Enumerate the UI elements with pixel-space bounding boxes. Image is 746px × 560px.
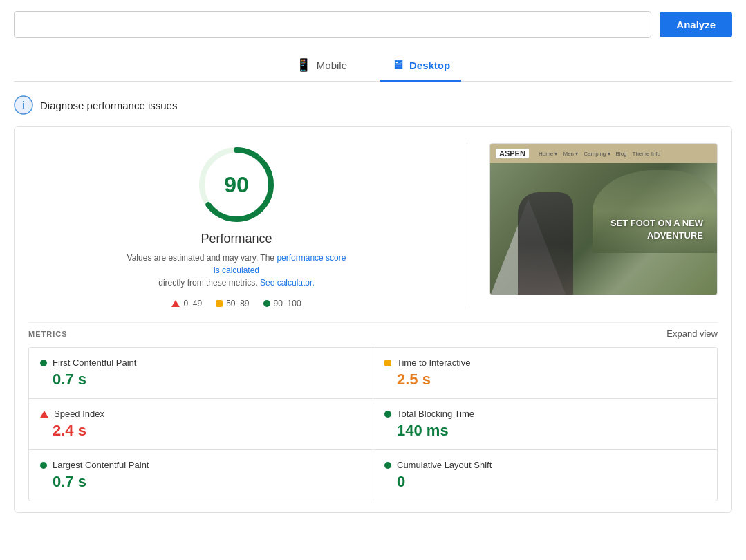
analyze-button[interactable]: Analyze: [660, 12, 732, 37]
metric-cls-name-row: Cumulative Layout Shift: [384, 460, 706, 470]
legend-square-icon: [216, 300, 223, 307]
screenshot-header: ASPEN Home ▾ Men ▾ Camping ▾ Blog Theme …: [490, 144, 717, 163]
gauge-wrapper: 90: [195, 143, 278, 226]
tab-desktop[interactable]: 🖥 Desktop: [380, 51, 461, 82]
metric-cls: Cumulative Layout Shift 0: [373, 450, 717, 501]
metric-fcp-name-row: First Contentful Paint: [40, 357, 362, 368]
metric-tbt: Total Blocking Time 140 ms: [373, 399, 717, 449]
legend-dot-icon: [263, 300, 270, 307]
metric-fcp-value: 0.7 s: [53, 371, 362, 389]
metric-si-value: 2.4 s: [53, 422, 362, 440]
screenshot-nav: Home ▾ Men ▾ Camping ▾ Blog Theme Info: [539, 151, 660, 157]
perf-label: Performance: [201, 232, 272, 246]
hero-text: SET FOOT ON A NEWADVENTURE: [610, 217, 703, 242]
metric-tti: Time to Interactive 2.5 s: [373, 348, 717, 398]
performance-section: 90 Performance Values are estimated and …: [28, 143, 718, 308]
metric-tti-name: Time to Interactive: [397, 357, 470, 368]
see-calculator-link[interactable]: See calculator.: [260, 278, 315, 288]
metric-si-name: Speed Index: [54, 409, 104, 419]
metric-tti-name-row: Time to Interactive: [384, 357, 706, 368]
metric-tbt-value: 140 ms: [397, 422, 706, 440]
tabs-row: 📱 Mobile 🖥 Desktop: [14, 50, 732, 82]
metric-lcp-name: Largest Contentful Paint: [53, 460, 149, 470]
metric-tbt-name: Total Blocking Time: [397, 409, 474, 419]
screenshot-hero: SET FOOT ON A NEWADVENTURE: [490, 163, 717, 295]
perf-desc-text1: Values are estimated and may vary. The: [127, 253, 274, 263]
legend-item-mid: 50–89: [216, 299, 249, 308]
tab-mobile[interactable]: 📱 Mobile: [285, 50, 358, 82]
url-bar-section: https://demos.outofthesandbox.com/?theme…: [14, 11, 732, 38]
main-card: 90 Performance Values are estimated and …: [14, 126, 732, 513]
tab-mobile-label: Mobile: [317, 59, 347, 71]
metric-cls-indicator: [384, 462, 391, 469]
metric-lcp-indicator: [40, 462, 47, 469]
metric-si: Speed Index 2.4 s: [29, 399, 373, 449]
metric-si-name-row: Speed Index: [40, 409, 362, 419]
metric-si-indicator: [40, 411, 48, 418]
metric-lcp-name-row: Largest Contentful Paint: [40, 460, 362, 470]
perf-desc-text2: directly from these metrics.: [158, 278, 257, 288]
perf-description: Values are estimated and may vary. The p…: [126, 252, 347, 289]
tab-desktop-label: Desktop: [409, 59, 450, 71]
svg-text:i: i: [22, 100, 25, 111]
gauge-score: 90: [224, 172, 249, 198]
url-input[interactable]: https://demos.outofthesandbox.com/?theme…: [14, 11, 651, 38]
perf-right: ASPEN Home ▾ Men ▾ Camping ▾ Blog Theme …: [489, 143, 718, 295]
legend-low-range: 0–49: [183, 299, 202, 308]
legend-item-high: 90–100: [263, 299, 301, 308]
legend-high-range: 90–100: [274, 299, 301, 308]
metrics-header: METRICS Expand view: [28, 322, 718, 339]
metric-tti-indicator: [384, 360, 391, 366]
legend-row: 0–49 50–89 90–100: [171, 299, 301, 308]
expand-view-button[interactable]: Expand view: [666, 328, 718, 339]
metric-cls-value: 0: [397, 473, 706, 491]
screenshot-logo: ASPEN: [496, 149, 529, 158]
metric-lcp-value: 0.7 s: [53, 473, 362, 491]
metric-cls-name: Cumulative Layout Shift: [397, 460, 492, 470]
desktop-icon: 🖥: [391, 58, 404, 73]
metric-tbt-name-row: Total Blocking Time: [384, 409, 706, 419]
legend-item-low: 0–49: [171, 299, 202, 308]
metric-lcp: Largest Contentful Paint 0.7 s: [29, 450, 373, 501]
metric-tti-value: 2.5 s: [397, 371, 706, 389]
screenshot-preview: ASPEN Home ▾ Men ▾ Camping ▾ Blog Theme …: [489, 143, 718, 295]
metric-tbt-indicator: [384, 411, 391, 418]
metric-fcp-indicator: [40, 360, 47, 366]
mobile-icon: 📱: [296, 57, 311, 73]
diagnose-text: Diagnose performance issues: [40, 100, 177, 111]
metric-fcp: First Contentful Paint 0.7 s: [29, 348, 373, 398]
metrics-label: METRICS: [28, 330, 68, 338]
metrics-grid: First Contentful Paint 0.7 s Time to Int…: [28, 347, 718, 501]
legend-triangle-icon: [171, 300, 180, 307]
diagnose-icon: i: [14, 95, 33, 115]
diagnose-row: i Diagnose performance issues: [14, 95, 732, 115]
legend-mid-range: 50–89: [226, 299, 249, 308]
person-silhouette: [518, 192, 573, 295]
metric-fcp-name: First Contentful Paint: [53, 357, 136, 368]
perf-left: 90 Performance Values are estimated and …: [28, 143, 445, 308]
perf-divider: [467, 143, 467, 308]
